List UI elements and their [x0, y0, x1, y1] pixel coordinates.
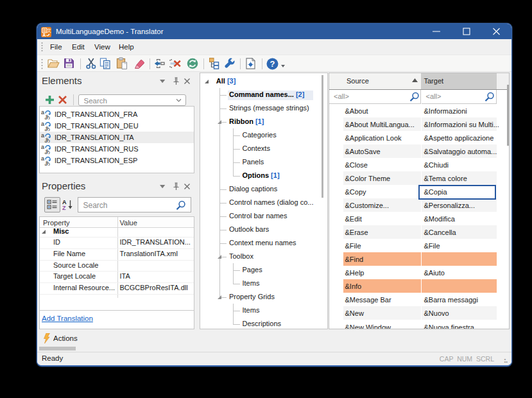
svg-text:あ: あ	[45, 125, 51, 132]
svg-text:あ: あ	[45, 160, 51, 166]
svg-text:a: a	[41, 144, 44, 150]
svg-text:a: a	[41, 155, 44, 162]
svg-text:a: a	[41, 121, 44, 127]
svg-text:文: 文	[47, 28, 51, 33]
svg-text:あ: あ	[45, 148, 51, 155]
svg-text:A: A	[42, 32, 46, 37]
svg-text:Z: Z	[62, 205, 66, 211]
svg-text:a: a	[41, 109, 44, 116]
svg-text:あ: あ	[45, 137, 51, 143]
svg-text:あ: あ	[45, 114, 51, 120]
svg-text:a: a	[41, 132, 44, 139]
svg-text:?: ?	[270, 59, 275, 69]
